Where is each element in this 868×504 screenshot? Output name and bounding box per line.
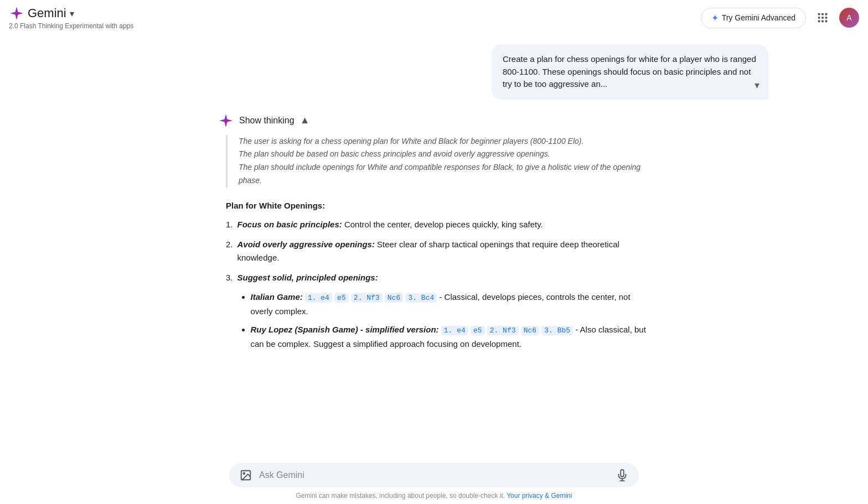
apps-grid-button[interactable] [813, 8, 833, 28]
chess-code: Nc6 [385, 293, 403, 303]
show-thinking-label[interactable]: Show thinking [239, 116, 294, 126]
sub-item-bold: Ruy Lopez (Spanish Game) - simplified ve… [251, 325, 439, 334]
chess-code: 2. Nf3 [351, 293, 383, 303]
thinking-line-2: The plan should be based on basic chess … [239, 149, 550, 158]
try-advanced-button[interactable]: ✦ Try Gemini Advanced [701, 8, 806, 28]
list-item: 3. Suggest solid, principled openings: I… [226, 271, 650, 356]
mic-svg [616, 469, 628, 481]
numbered-list: 1. Focus on basic principles: Control th… [226, 218, 650, 356]
ask-gemini-input[interactable] [259, 470, 609, 480]
svg-rect-3 [818, 17, 820, 19]
show-thinking-chevron-icon[interactable]: ▲ [300, 115, 310, 126]
app-subtitle: 2.0 Flash Thinking Experimental with app… [9, 22, 133, 30]
grid-icon [817, 12, 829, 24]
thinking-line-1: The user is asking for a chess opening p… [239, 137, 583, 146]
svg-rect-8 [825, 20, 828, 23]
list-item: 1. Focus on basic principles: Control th… [226, 218, 650, 231]
try-advanced-label: Try Gemini Advanced [722, 13, 795, 22]
microphone-icon[interactable] [614, 467, 630, 483]
image-plus-icon [240, 469, 252, 481]
privacy-link[interactable]: Your privacy & Gemini [507, 492, 572, 500]
chess-code: e5 [334, 293, 349, 303]
svg-point-10 [243, 472, 245, 474]
user-message-text: Create a plan for chess openings for whi… [503, 54, 756, 89]
list-num: 3. [226, 271, 233, 356]
ai-star-icon [218, 113, 234, 128]
chess-code: 2. Nf3 [487, 326, 519, 335]
thinking-line-3: The plan should include openings for Whi… [239, 163, 640, 185]
header: Gemini ▾ 2.0 Flash Thinking Experimental… [0, 0, 868, 35]
list-item-bold: Focus on basic principles: [237, 220, 342, 229]
chess-code: 1. e4 [305, 293, 332, 303]
chess-code: Nc6 [521, 326, 539, 335]
gemini-logo-icon [9, 6, 24, 21]
svg-rect-1 [822, 13, 824, 15]
svg-rect-4 [822, 17, 824, 19]
user-message-container: Create a plan for chess openings for whi… [0, 44, 868, 100]
avatar[interactable]: A [839, 8, 859, 28]
gemini-title-row: Gemini ▾ [9, 6, 133, 21]
sub-bullet-list: Italian Game: 1. e4 e5 2. Nf3 Nc6 3. Bc4… [237, 290, 650, 351]
bottom-bar: Gemini can make mistakes, including abou… [0, 456, 868, 504]
show-thinking-row: Show thinking ▲ [218, 113, 650, 128]
list-item-text: Avoid overly aggressive openings: Steer … [237, 238, 650, 264]
sub-bullet-item: Ruy Lopez (Spanish Game) - simplified ve… [251, 323, 650, 351]
list-item-text: Focus on basic principles: Control the c… [237, 218, 543, 231]
list-num: 2. [226, 238, 233, 264]
chess-code: e5 [471, 326, 485, 335]
thinking-box: The user is asking for a chess opening p… [226, 135, 650, 188]
svg-rect-5 [825, 17, 828, 19]
advanced-star-icon: ✦ [711, 13, 719, 23]
main-content: Create a plan for chess openings for whi… [0, 35, 868, 456]
list-item-bold: Avoid overly aggressive openings: [237, 240, 375, 249]
title-chevron-icon[interactable]: ▾ [70, 8, 74, 19]
chess-code: 1. e4 [441, 326, 468, 335]
plan-section: Plan for White Openings: 1. Focus on bas… [218, 201, 650, 356]
footer-main-text: Gemini can make mistakes, including abou… [296, 492, 505, 500]
user-message-bubble: Create a plan for chess openings for whi… [492, 44, 768, 100]
svg-rect-7 [822, 20, 824, 23]
list-item-text: Suggest solid, principled openings: Ital… [237, 271, 650, 356]
list-num: 1. [226, 218, 233, 231]
header-left: Gemini ▾ 2.0 Flash Thinking Experimental… [9, 6, 133, 30]
svg-rect-2 [825, 13, 828, 15]
ai-response-container: Show thinking ▲ The user is asking for a… [185, 113, 683, 362]
plan-title: Plan for White Openings: [226, 201, 650, 210]
list-item-rest: Control the center, develop pieces quick… [342, 220, 543, 229]
thinking-text: The user is asking for a chess opening p… [239, 135, 650, 188]
svg-rect-0 [818, 13, 820, 15]
add-content-icon[interactable] [238, 467, 254, 483]
svg-rect-6 [818, 20, 820, 23]
chess-code: 3. Bb5 [541, 326, 573, 335]
input-container [229, 463, 639, 487]
expand-message-icon[interactable]: ▾ [755, 78, 760, 93]
header-right: ✦ Try Gemini Advanced A [701, 8, 859, 28]
list-item-bold: Suggest solid, principled openings: [237, 273, 378, 282]
app-title: Gemini [28, 6, 66, 20]
footer-text: Gemini can make mistakes, including abou… [296, 492, 572, 500]
list-item: 2. Avoid overly aggressive openings: Ste… [226, 238, 650, 264]
chess-code: 3. Bc4 [405, 293, 437, 303]
sub-item-bold: Italian Game: [251, 292, 303, 302]
sub-bullet-item: Italian Game: 1. e4 e5 2. Nf3 Nc6 3. Bc4… [251, 290, 650, 319]
